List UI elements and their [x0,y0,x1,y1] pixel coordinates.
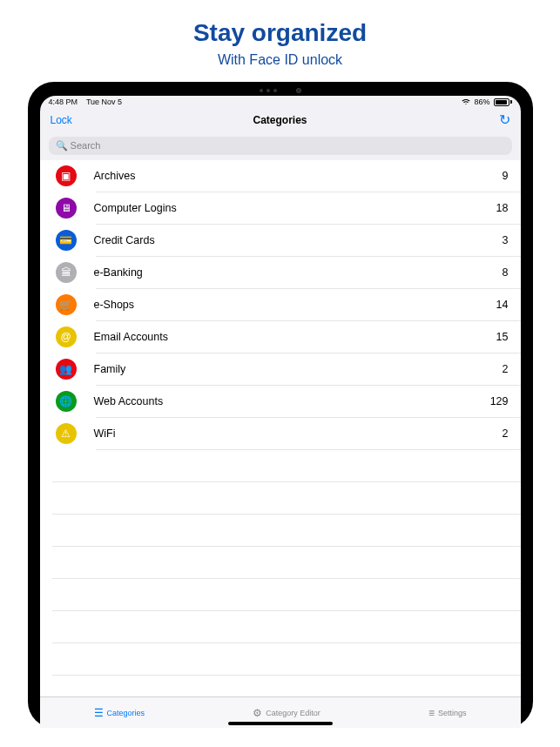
nav-bar: Lock Categories ↻ [40,106,521,135]
battery-icon [494,98,512,106]
category-label: e-Shops [94,299,496,311]
empty-row [40,643,521,675]
empty-row [40,515,521,546]
category-label: Credit Cards [94,234,503,246]
category-count: 14 [496,299,509,311]
family-icon: 👥 [56,359,77,380]
sliders-icon: ≡ [428,707,435,719]
category-label: WiFi [94,427,503,440]
device-screen: 4:48 PM Tue Nov 5 86% Lock Categories ↻ … [40,96,521,728]
empty-row [40,482,521,514]
tab-category-editor[interactable]: ⚙Category Editor [253,707,320,719]
empty-row [40,611,521,643]
category-count: 8 [503,266,509,279]
wifi-icon: ⚠ [56,423,77,444]
category-row[interactable]: @Email Accounts15 [40,321,521,353]
device-sensors [260,88,301,93]
search-icon: 🔍 [56,140,68,151]
empty-row [40,579,521,610]
category-row[interactable]: 🏛e-Banking8 [40,257,521,288]
banner-subtitle: With Face ID unlock [0,52,560,68]
banner-title: Stay organized [0,19,560,47]
status-time: 4:48 PM [49,98,78,106]
category-count: 2 [503,427,509,440]
category-row[interactable]: 🖥Computer Logins18 [40,192,521,224]
search-input[interactable]: 🔍 Search [49,137,512,155]
home-indicator[interactable] [228,722,333,725]
list-icon: ☰ [94,707,104,719]
tab-categories[interactable]: ☰Categories [94,707,145,719]
tab-label: Category Editor [266,709,320,717]
bank-icon: 🏛 [56,262,77,283]
search-placeholder: Search [71,140,101,151]
category-label: Computer Logins [94,202,496,214]
wifi-status-icon [462,98,470,106]
tab-settings[interactable]: ≡Settings [428,707,467,719]
category-count: 15 [496,331,509,343]
category-label: Web Accounts [94,395,490,407]
category-row[interactable]: ▣Archives9 [40,160,521,192]
cart-icon: 🛒 [56,294,77,315]
category-label: Email Accounts [94,331,496,343]
tab-label: Settings [438,709,467,717]
lock-button[interactable]: Lock [51,114,72,126]
category-label: Archives [94,170,503,182]
refresh-button[interactable]: ↻ [499,111,510,128]
marketing-banner: Stay organized With Face ID unlock [0,0,560,82]
category-row[interactable]: ⚠WiFi2 [40,418,521,449]
battery-percent: 86% [474,98,489,106]
category-row[interactable]: 🌐Web Accounts129 [40,386,521,417]
tab-label: Categories [107,709,145,717]
category-label: Family [94,363,503,375]
at-icon: @ [56,326,77,347]
category-count: 3 [503,234,509,246]
editor-icon: ⚙ [253,707,262,719]
empty-row [40,450,521,481]
archive-icon: ▣ [56,165,77,186]
category-row[interactable]: 👥Family2 [40,353,521,385]
category-count: 9 [503,170,509,182]
category-row[interactable]: 💳Credit Cards3 [40,225,521,256]
category-count: 129 [490,395,509,407]
status-bar: 4:48 PM Tue Nov 5 86% [40,96,521,106]
card-icon: 💳 [56,230,77,251]
category-row[interactable]: 🛒e-Shops14 [40,289,521,320]
page-title: Categories [253,114,307,126]
category-label: e-Banking [94,266,503,279]
computer-icon: 🖥 [56,198,77,219]
empty-row [40,676,521,697]
category-count: 18 [496,202,509,214]
ipad-frame: 4:48 PM Tue Nov 5 86% Lock Categories ↻ … [28,82,533,728]
globe-icon: 🌐 [56,391,77,412]
status-date: Tue Nov 5 [86,98,122,106]
category-count: 2 [503,363,509,375]
category-list[interactable]: ▣Archives9🖥Computer Logins18💳Credit Card… [40,160,521,697]
empty-row [40,547,521,578]
